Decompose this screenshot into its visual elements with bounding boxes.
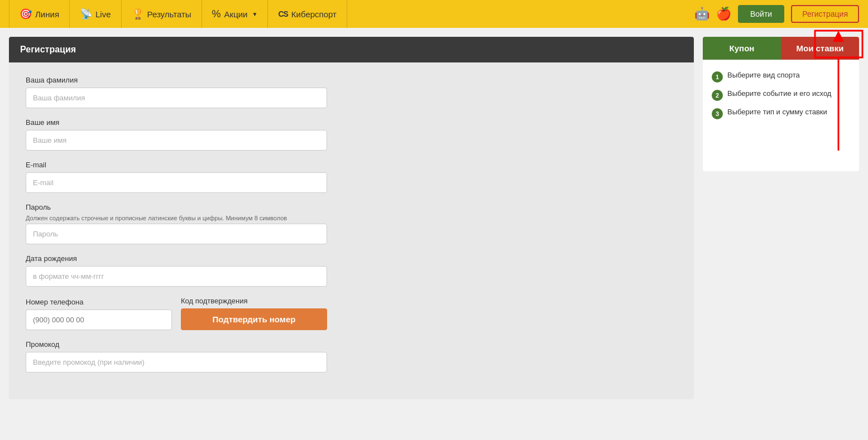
step-2-number: 2 <box>712 90 723 101</box>
sidebar-step-1: 1 Выберите вид спорта <box>712 71 850 83</box>
step-3-number: 3 <box>712 108 723 119</box>
tab-moi-stavki-label: Мои ставки <box>796 43 843 53</box>
sidebar: Купон Мои ставки 1 Выберите вид спорта 2… <box>703 37 859 399</box>
sidebar-step-3: 3 Выберите тип и сумму ставки <box>712 108 850 119</box>
last-name-group: Ваша фамилия <box>26 76 677 108</box>
last-name-label: Ваша фамилия <box>26 76 677 84</box>
email-group: E-mail <box>26 161 677 193</box>
birthdate-label: Дата рождения <box>26 254 677 263</box>
promo-input[interactable] <box>26 352 327 373</box>
nav-liniya-label: Линия <box>35 9 59 19</box>
birthdate-input[interactable] <box>26 266 327 287</box>
first-name-label: Ваше имя <box>26 118 677 127</box>
password-input[interactable] <box>26 224 327 244</box>
live-icon: 📡 <box>80 8 92 20</box>
nav-kibersport[interactable]: CS Киберспорт <box>268 0 347 28</box>
password-label: Пароль <box>26 203 677 211</box>
step-2-text: Выберите событие и его исход <box>727 89 831 98</box>
android-icon[interactable]: 🤖 <box>694 7 709 21</box>
nav-live[interactable]: 📡 Live <box>70 0 122 28</box>
password-group: Пароль Должен содержать строчные и пропи… <box>26 203 677 244</box>
first-name-group: Ваше имя <box>26 118 677 151</box>
phone-label: Номер телефона <box>26 298 172 306</box>
sidebar-content: 1 Выберите вид спорта 2 Выберите событие… <box>703 60 859 171</box>
last-name-input[interactable] <box>26 88 327 108</box>
email-input[interactable] <box>26 172 327 193</box>
first-name-input[interactable] <box>26 130 327 151</box>
liniya-icon: 🎯 <box>20 8 32 20</box>
tab-kupon-label: Купон <box>730 43 755 53</box>
promo-group: Промокод <box>26 340 677 373</box>
promo-label: Промокод <box>26 340 677 349</box>
sidebar-tabs: Купон Мои ставки <box>703 37 859 60</box>
nav-rezultaty-label: Результаты <box>147 9 191 19</box>
step-3-text: Выберите тип и сумму ставки <box>727 108 827 116</box>
percent-icon: % <box>212 8 221 20</box>
step-2-num-label: 2 <box>716 92 719 99</box>
chevron-down-icon: ▼ <box>252 11 257 17</box>
registration-form-container: Регистрация Ваша фамилия Ваше имя E-mail… <box>9 37 694 399</box>
step-1-text: Выберите вид спорта <box>727 71 800 79</box>
code-group: Код подтверждения Подтвердить номер <box>181 297 327 330</box>
email-label: E-mail <box>26 161 677 169</box>
nav-liniya[interactable]: 🎯 Линия <box>9 0 70 28</box>
header-right-actions: 🤖 🍎 Войти Регистрация <box>694 5 859 23</box>
tab-kupon[interactable]: Купон <box>703 37 781 60</box>
birthdate-group: Дата рождения <box>26 254 677 287</box>
register-button[interactable]: Регистрация <box>791 5 859 23</box>
phone-input[interactable] <box>26 310 172 330</box>
main-layout: Регистрация Ваша фамилия Ваше имя E-mail… <box>0 28 868 408</box>
form-title: Регистрация <box>20 45 76 54</box>
confirm-phone-button[interactable]: Подтвердить номер <box>181 308 327 330</box>
nav-live-label: Live <box>95 9 111 19</box>
nav-kibersport-label: Киберспорт <box>291 9 337 19</box>
apple-icon[interactable]: 🍎 <box>716 7 731 21</box>
main-header: 🎯 Линия 📡 Live 🏆 Результаты % Акции ▼ CS… <box>0 0 868 28</box>
rezultaty-icon: 🏆 <box>132 8 144 20</box>
nav-akcii-label: Акции <box>224 9 248 19</box>
form-body: Ваша фамилия Ваше имя E-mail Пароль Долж… <box>9 62 694 399</box>
nav-akcii[interactable]: % Акции ▼ <box>202 0 268 28</box>
step-3-num-label: 3 <box>716 110 719 117</box>
step-1-number: 1 <box>712 71 723 83</box>
phone-code-group: Номер телефона Код подтверждения Подтвер… <box>26 297 677 330</box>
password-hint: Должен содержать строчные и прописные ла… <box>26 215 677 221</box>
nav-rezultaty[interactable]: 🏆 Результаты <box>122 0 202 28</box>
code-label: Код подтверждения <box>181 297 327 305</box>
cs-icon: CS <box>278 9 287 18</box>
tab-moi-stavki[interactable]: Мои ставки <box>781 37 859 60</box>
step-1-num-label: 1 <box>716 74 719 80</box>
login-button[interactable]: Войти <box>738 5 784 23</box>
phone-group: Номер телефона <box>26 298 172 330</box>
sidebar-step-2: 2 Выберите событие и его исход <box>712 89 850 101</box>
form-header: Регистрация <box>9 37 694 62</box>
